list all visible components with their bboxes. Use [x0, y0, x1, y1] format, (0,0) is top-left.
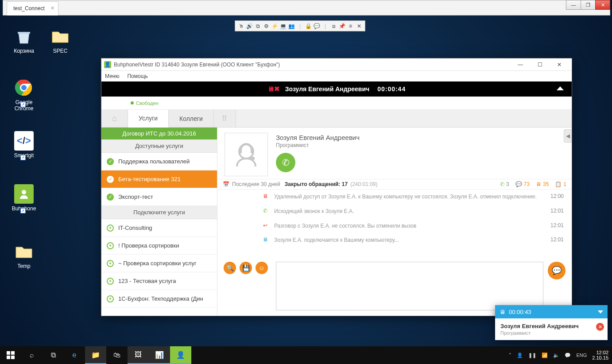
service-item-it[interactable]: +IT-Consulting — [101, 219, 217, 237]
tray-chevron-up-icon[interactable]: ˄ — [509, 352, 511, 358]
more-icon[interactable]: ≡ — [346, 22, 355, 30]
save-button[interactable]: 💾 — [240, 262, 252, 274]
start-button[interactable] — [0, 346, 21, 364]
window-close-button[interactable]: ✕ — [550, 58, 569, 71]
host-minimize-button[interactable]: — — [566, 0, 581, 10]
desktop-smartgit[interactable]: </> ↗ Smartgit — [6, 131, 42, 159]
send-button[interactable]: 💬 — [548, 262, 566, 279]
screens-icon[interactable]: 💻 — [279, 22, 287, 30]
desktop-recycle-bin[interactable]: Корзина — [6, 27, 42, 54]
window-maximize-button[interactable]: ☐ — [530, 58, 550, 71]
main-panel: ◀ Зозуля Евгений Андреевич Программист ✆… — [217, 128, 572, 316]
calendar-icon[interactable]: 📅 — [223, 181, 229, 187]
desktop-chrome[interactable]: ↗ Google Chrome — [6, 78, 42, 112]
video-icon[interactable]: ⧉ — [254, 22, 262, 30]
taskbar-app2[interactable]: 📊 — [149, 346, 170, 364]
service-item-sort2[interactable]: +~ Проверка сортировки услуг — [101, 255, 217, 272]
services-sidebar: Договор ИТС до 30.04.2016 Доступные услу… — [101, 128, 217, 316]
layout-icon[interactable]: ⧈ — [329, 22, 338, 30]
remote-screen-cancel-icon[interactable]: 🖥✖ — [267, 85, 280, 93]
stat-chats: 💬73 — [515, 181, 530, 187]
tray-user-icon[interactable]: 👤 — [517, 352, 523, 358]
window-minimize-button[interactable]: — — [511, 58, 530, 71]
mouse-icon[interactable]: 🖱 — [237, 22, 245, 30]
window-titlebar[interactable]: 👤 BuhphoneIVtestr ID 314640 Зозуля Евген… — [101, 58, 572, 71]
popup-header[interactable]: 🖥 00:00:43 — [495, 305, 608, 318]
emoji-button[interactable]: ☺ — [256, 262, 268, 274]
search-button[interactable]: ⌕ — [21, 346, 43, 364]
chevron-down-icon[interactable] — [598, 310, 603, 314]
service-item-support[interactable]: ✓Поддержка пользователей — [101, 153, 217, 170]
tray-volume-icon[interactable]: 🔈 — [553, 352, 559, 358]
taskbar: ⌕ ⧉ e 📁 🛍 🖼 📊 👤 ˄ 👤 ❚❚ 📶 🔈 💬 ENG 12:02 2… — [0, 346, 612, 364]
host-maximize-button[interactable]: ❐ — [581, 0, 596, 10]
taskbar-explorer[interactable]: 📁 — [85, 346, 106, 364]
tray-clock[interactable]: 12:02 2.10.15 — [592, 350, 608, 360]
section-header-connect: Подключите услуги — [101, 206, 217, 219]
tab-services[interactable]: Услуги — [128, 110, 169, 128]
remote-failed-icon: 🖥 — [262, 193, 269, 199]
host-tab[interactable]: test_Connect ✕ — [7, 1, 58, 15]
tray-language[interactable]: ENG — [576, 352, 587, 358]
close-icon[interactable]: ✕ — [50, 5, 54, 11]
save-icon: 💾 — [242, 264, 250, 271]
menu-item-menu[interactable]: Меню — [105, 73, 119, 79]
menu-item-help[interactable]: Помощь — [127, 73, 147, 79]
tab-home[interactable]: ⌂ — [101, 110, 128, 127]
period-label[interactable]: Последние 30 дней — [232, 181, 280, 187]
service-item-export[interactable]: ✓Экспорт-тест — [101, 188, 217, 206]
users-icon[interactable]: 👥 — [287, 22, 296, 30]
desktop-buhphone[interactable]: ↗ Buhphone — [6, 184, 42, 212]
log-row[interactable]: 🖥 Удаленный доступ от Зозуля Е.А. к Ваше… — [217, 190, 572, 204]
svg-rect-9 — [11, 356, 15, 359]
taskbar-app1[interactable]: 🖼 — [128, 346, 149, 364]
call-button[interactable]: ✆ — [276, 153, 295, 172]
history-filter-bar: 📅 Последние 30 дней Закрыто обращений: 1… — [217, 179, 572, 190]
action-icon[interactable]: ⚡ — [271, 22, 279, 30]
tray-notifications-icon[interactable]: 💬 — [565, 352, 571, 358]
popup-close-button[interactable]: ✕ — [596, 323, 604, 331]
remote-icon: 🖥 — [536, 181, 541, 187]
contact-role: Программист — [276, 142, 360, 148]
taskbar-edge[interactable]: e — [64, 346, 85, 364]
host-close-button[interactable]: ✕ — [595, 0, 610, 10]
taskbar-store[interactable]: 🛍 — [106, 346, 128, 364]
message-input[interactable] — [276, 262, 543, 310]
stat-files: 📋1 — [555, 181, 566, 187]
tray-wifi-icon[interactable]: 📶 — [542, 352, 548, 358]
log-row[interactable]: 🖥 Зозуля Е.А. подключается к Вашему комп… — [217, 233, 572, 248]
toolbar-close-icon[interactable]: ✕ — [355, 22, 363, 30]
tray-battery-icon[interactable]: ❚❚ — [528, 352, 536, 358]
closed-duration: (240:01:09) — [350, 181, 377, 187]
search-button[interactable]: 🔍 — [224, 262, 236, 274]
presence-status[interactable]: Свободен — [131, 101, 159, 106]
service-item-123[interactable]: +123 - Тестовая услуга — [101, 272, 217, 290]
service-item-beta[interactable]: ✓Бета-тестирование 321 — [101, 170, 217, 188]
gear-icon[interactable]: ⚙ — [262, 22, 271, 30]
lock-icon[interactable]: 🔒 — [304, 22, 313, 30]
service-item-1c[interactable]: +1С-Бухфон: Техподдержка (Дин — [101, 290, 217, 308]
sound-icon[interactable]: 🔊 — [245, 22, 254, 30]
tab-colleagues[interactable]: Коллеги — [169, 110, 214, 127]
contact-name: Зозуля Евгений Андреевич — [276, 134, 360, 141]
window-title: BuhphoneIVtestr ID 314640 Зозуля Евгений… — [114, 62, 511, 68]
desktop-folder-spec[interactable]: SPEC — [43, 27, 78, 54]
check-icon: ✓ — [107, 176, 114, 183]
log-row[interactable]: ✆ Исходящий звонок к Зозуля Е.А. 12:01 — [217, 204, 572, 219]
system-tray: ˄ 👤 ❚❚ 📶 🔈 💬 ENG 12:02 2.10.15 — [506, 350, 612, 360]
pin-icon[interactable]: 📌 — [338, 22, 346, 30]
taskbar-buhphone[interactable]: 👤 — [170, 346, 191, 364]
session-toolbar: 🖱 🔊 ⧉ ⚙ ⚡ 💻 👥 | 🔒 💬 | ⧈ 📌 ≡ ✕ — [235, 20, 365, 31]
service-item-sort1[interactable]: +! Проверка сортировки — [101, 237, 217, 255]
check-icon: ✓ — [107, 194, 114, 201]
desktop-folder-temp[interactable]: Temp — [6, 242, 42, 269]
collapse-panel-button[interactable]: ◀ — [564, 129, 572, 143]
log-row[interactable]: ↩ Разговор с Зозуля Е.А. не состоялся. В… — [217, 219, 572, 233]
tab-apps-grid[interactable]: ⠿ — [214, 110, 236, 127]
chat-icon[interactable]: 💬 — [313, 22, 321, 30]
taskview-button[interactable]: ⧉ — [43, 346, 64, 364]
svg-point-3 — [22, 190, 26, 194]
remote-connect-icon: 🖥 — [262, 236, 269, 243]
expand-up-icon[interactable] — [557, 86, 564, 90]
check-icon: ✓ — [107, 158, 114, 165]
